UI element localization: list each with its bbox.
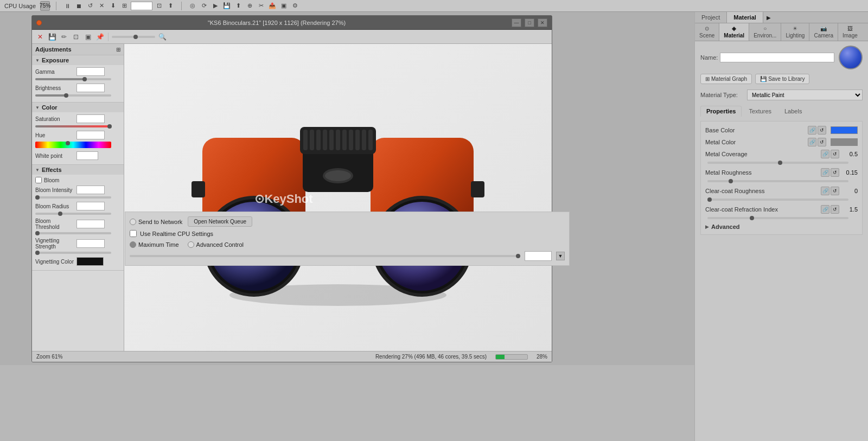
vignetting-strength-input[interactable]: 0 <box>76 239 105 248</box>
saturation-input[interactable]: 100 % <box>76 114 105 123</box>
bloom-threshold-input[interactable]: 0 <box>76 220 105 228</box>
exposure-header[interactable]: ▼ Exposure <box>32 55 124 65</box>
gamma-input[interactable]: 1.951 <box>76 67 105 76</box>
close-button[interactable]: ✕ <box>538 18 547 27</box>
vignetting-strength-slider[interactable] <box>35 252 111 254</box>
region-icon[interactable]: ▣ <box>83 32 93 42</box>
scene-tab-icon: ⊙ <box>705 25 709 31</box>
bloom-intensity-input[interactable]: 0 <box>76 186 105 194</box>
clearcoat-roughness-slider[interactable] <box>707 199 848 201</box>
clearcoat-refraction-reset-icon[interactable]: ↺ <box>831 205 839 214</box>
refresh2-icon[interactable]: ⟳ <box>199 1 209 11</box>
scene-tab[interactable]: ⊙ Scene <box>695 23 719 41</box>
target-icon[interactable]: ◎ <box>188 1 197 11</box>
render-icon[interactable]: ▶ <box>210 1 220 11</box>
upload-icon[interactable]: ⬆ <box>233 1 243 11</box>
brightness-input[interactable]: 1.075 <box>76 84 105 92</box>
minimize-button[interactable]: — <box>512 18 521 27</box>
lighting-tab[interactable]: ☀ Lighting <box>781 23 809 41</box>
grid2-icon[interactable]: ⊡ <box>154 1 164 11</box>
grid-icon[interactable]: ⊞ <box>119 1 129 11</box>
wt-slider[interactable] <box>112 36 155 38</box>
metal-color-swatch[interactable] <box>831 138 858 146</box>
svg-rect-14 <box>362 130 366 150</box>
realtime-cpu-checkbox[interactable] <box>130 230 137 237</box>
close-icon[interactable]: ✕ <box>35 32 45 42</box>
puzzle-icon[interactable]: ⊕ <box>245 1 254 11</box>
refresh-icon[interactable]: ↺ <box>85 1 95 11</box>
scissors-icon[interactable]: ✂ <box>256 1 266 11</box>
network-number-input[interactable]: 256 <box>525 251 552 261</box>
cross-icon[interactable]: ✕ <box>97 1 106 11</box>
send-network-radio-btn[interactable] <box>130 219 136 225</box>
effects-header[interactable]: ▼ Effects <box>32 165 124 175</box>
material-tab[interactable]: Material <box>727 12 763 23</box>
download-icon[interactable]: ⬇ <box>108 1 118 11</box>
metal-coverage-reset-icon[interactable]: ↺ <box>831 150 839 158</box>
bloom-radius-input[interactable]: 5 <box>76 202 105 210</box>
bloom-radius-slider[interactable] <box>35 213 111 215</box>
properties-tab[interactable]: Properties <box>700 106 742 117</box>
metal-coverage-link-icon[interactable]: 🔗 <box>821 150 829 158</box>
up-icon[interactable]: ⬆ <box>165 1 175 11</box>
bloom-threshold-slider[interactable] <box>35 232 111 234</box>
vignetting-strength-label: Vignetting Strength <box>35 238 74 250</box>
save-window-icon[interactable]: 💾 <box>47 32 57 42</box>
gamma-slider-track[interactable] <box>35 78 111 80</box>
base-color-reset-icon[interactable]: ↺ <box>818 126 826 135</box>
name-input[interactable]: Paint Metallic Blue #107 <box>720 53 834 62</box>
textures-tab[interactable]: Textures <box>743 106 777 117</box>
metal-color-link-icon[interactable]: 🔗 <box>808 138 816 146</box>
pin-btn[interactable]: ⊞ <box>116 47 120 53</box>
network-slider[interactable] <box>130 255 520 257</box>
save-library-btn[interactable]: 💾 Save to Library <box>755 74 809 84</box>
metal-color-reset-icon[interactable]: ↺ <box>818 138 826 146</box>
clearcoat-refraction-link-icon[interactable]: 🔗 <box>821 205 829 214</box>
white-point-swatch[interactable] <box>76 151 98 160</box>
clearcoat-roughness-reset-icon[interactable]: ↺ <box>831 187 839 195</box>
max-time-radio-btn[interactable] <box>130 241 136 248</box>
bloom-intensity-slider[interactable] <box>35 196 111 199</box>
clearcoat-roughness-link-icon[interactable]: 🔗 <box>821 187 829 195</box>
open-network-queue-btn[interactable]: Open Network Queue <box>188 216 252 227</box>
labels-tab[interactable]: Labels <box>778 106 808 117</box>
save2-icon[interactable]: 📤 <box>267 1 277 11</box>
image-tab[interactable]: 🖼 Image <box>838 23 862 41</box>
material-type-select[interactable]: Metallic Paint <box>747 90 863 100</box>
vignetting-color-swatch[interactable] <box>76 257 104 266</box>
camera-tab[interactable]: 📷 Camera <box>809 23 838 41</box>
advanced-control-radio-btn[interactable] <box>188 241 194 248</box>
saturation-slider-track[interactable] <box>35 125 111 127</box>
bloom-checkbox[interactable] <box>35 177 42 183</box>
base-color-link-icon[interactable]: 🔗 <box>808 126 816 135</box>
advanced-row[interactable]: ▶ Advanced <box>705 223 858 230</box>
color-header[interactable]: ▼ Color <box>32 103 124 112</box>
material-graph-btn[interactable]: ⊞ Material Graph <box>700 74 752 84</box>
wt-separator <box>108 33 108 41</box>
network-slider-btn[interactable]: ▼ <box>556 252 565 260</box>
clearcoat-refraction-slider[interactable] <box>707 217 848 219</box>
environ-tab[interactable]: ○ Environ... <box>749 23 781 41</box>
base-color-swatch[interactable] <box>831 126 858 134</box>
stop-icon[interactable]: ⏹ <box>74 1 84 11</box>
brightness-slider-track[interactable] <box>35 94 111 97</box>
metal-roughness-link-icon[interactable]: 🔗 <box>821 168 829 177</box>
material-section-tab[interactable]: ◈ Material <box>719 23 749 41</box>
search-icon[interactable]: 🔍 <box>157 32 167 42</box>
pin-icon[interactable]: 📌 <box>95 32 105 42</box>
project-tab[interactable]: Project <box>695 12 727 23</box>
hue-strip[interactable] <box>35 142 111 148</box>
save-icon[interactable]: 💾 <box>222 1 232 11</box>
metal-coverage-slider[interactable] <box>707 162 848 164</box>
maximize-button[interactable]: □ <box>525 18 534 27</box>
rp-collapse-btn[interactable]: ▶ <box>763 12 774 23</box>
metal-roughness-reset-icon[interactable]: ↺ <box>831 168 839 177</box>
pencil-icon[interactable]: ✏ <box>59 32 69 42</box>
metal-roughness-slider[interactable] <box>707 180 848 182</box>
options-icon[interactable]: ⚙ <box>290 1 300 11</box>
frame-icon[interactable]: ▣ <box>279 1 289 11</box>
hue-input[interactable]: 144° <box>76 131 105 139</box>
pause-icon[interactable]: ⏸ <box>62 1 72 11</box>
number-input[interactable]: 45.0 <box>131 2 152 10</box>
crop-icon[interactable]: ⊡ <box>71 32 81 42</box>
